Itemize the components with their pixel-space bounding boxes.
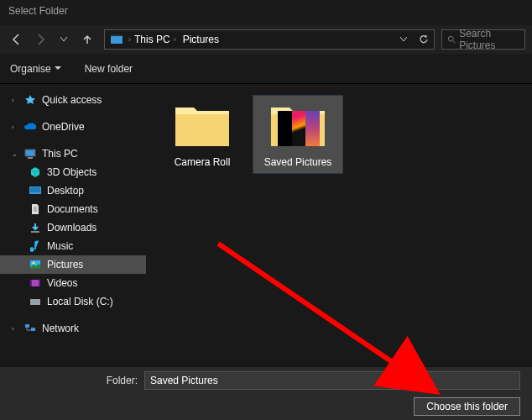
download-icon — [29, 221, 42, 234]
music-icon — [29, 239, 42, 253]
sidebar-desktop[interactable]: Desktop — [0, 181, 146, 200]
star-icon — [23, 93, 37, 107]
sidebar-onedrive[interactable]: ›OneDrive — [0, 118, 146, 136]
cloud-icon — [23, 120, 37, 134]
desktop-icon — [29, 184, 42, 197]
recent-dropdown[interactable] — [54, 29, 74, 50]
sidebar-3dobjects[interactable]: 3D Objects — [0, 163, 146, 181]
refresh-button[interactable] — [414, 29, 434, 50]
folder-content[interactable]: Camera Roll Saved Pictures — [146, 84, 532, 366]
svg-rect-10 — [30, 280, 32, 286]
up-button[interactable] — [77, 29, 97, 50]
folder-camera-roll[interactable]: Camera Roll — [158, 96, 247, 173]
organise-button[interactable]: Organise — [10, 63, 61, 75]
location-icon — [108, 33, 125, 46]
svg-rect-1 — [111, 34, 123, 36]
folder-icon — [268, 99, 328, 151]
pictures-icon — [29, 258, 42, 271]
address-bar[interactable]: › This PC› Pictures — [104, 29, 435, 50]
new-folder-button[interactable]: New folder — [85, 63, 133, 75]
folder-saved-pictures[interactable]: Saved Pictures — [253, 96, 342, 173]
svg-rect-14 — [25, 324, 29, 328]
sidebar-network[interactable]: ›Network — [0, 319, 146, 338]
sidebar-downloads[interactable]: Downloads — [0, 218, 146, 237]
dialog-footer: Folder: Choose this folder — [0, 366, 532, 420]
folder-field-label: Folder: — [12, 375, 138, 386]
sidebar-localdisk[interactable]: Local Disk (C:) — [0, 292, 146, 311]
search-input[interactable]: Search Pictures — [441, 29, 525, 50]
address-dropdown[interactable] — [394, 29, 414, 50]
back-button[interactable] — [7, 29, 27, 50]
breadcrumb-thispc[interactable]: This PC› — [131, 30, 180, 49]
sidebar-quick-access[interactable]: ›Quick access — [0, 91, 146, 109]
pc-icon — [23, 147, 37, 160]
disk-icon — [29, 295, 42, 308]
folder-icon — [172, 99, 232, 151]
svg-rect-4 — [28, 157, 33, 159]
thumbnail — [278, 111, 320, 146]
sidebar-videos[interactable]: Videos — [0, 274, 146, 292]
main-area: ›Quick access ›OneDrive ⌄This PC 3D Obje… — [0, 84, 532, 366]
nav-bar: › This PC› Pictures Search Pictures — [0, 25, 532, 54]
videos-icon — [29, 276, 42, 290]
folder-name-input[interactable] — [144, 371, 520, 390]
document-icon — [29, 202, 42, 216]
forward-button[interactable] — [30, 29, 50, 50]
svg-rect-0 — [111, 36, 123, 44]
sidebar-pictures[interactable]: Pictures — [0, 255, 146, 274]
folder-label: Saved Pictures — [264, 156, 332, 168]
svg-rect-6 — [30, 187, 40, 192]
breadcrumb-pictures[interactable]: Pictures — [180, 30, 222, 49]
folder-label: Camera Roll — [175, 156, 231, 168]
toolbar: Organise New folder — [0, 54, 532, 84]
sidebar: ›Quick access ›OneDrive ⌄This PC 3D Obje… — [0, 84, 146, 366]
svg-rect-3 — [25, 150, 35, 156]
svg-rect-15 — [31, 328, 35, 331]
svg-point-2 — [448, 36, 453, 41]
sidebar-thispc[interactable]: ⌄This PC — [0, 144, 146, 163]
cube-icon — [29, 165, 42, 179]
svg-rect-13 — [31, 303, 36, 304]
sidebar-documents[interactable]: Documents — [0, 200, 146, 218]
sidebar-music[interactable]: Music — [0, 237, 146, 255]
network-icon — [23, 322, 37, 335]
svg-point-8 — [33, 262, 35, 265]
svg-rect-11 — [39, 280, 40, 286]
window-title: Select Folder — [0, 0, 532, 25]
search-icon — [447, 34, 456, 45]
choose-folder-button[interactable]: Choose this folder — [414, 397, 520, 416]
